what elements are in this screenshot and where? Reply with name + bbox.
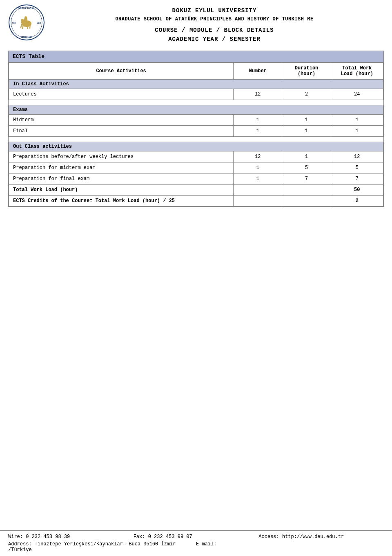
prep-final-total: 7 [331, 173, 383, 185]
svg-text:VER: VER [37, 22, 41, 24]
table-header-row: Course Activities Number Duration (hour)… [9, 63, 383, 80]
prep-weekly-number: 12 [234, 151, 282, 162]
footer-wire: Wire: 0 232 453 98 39 [8, 534, 134, 540]
course-module-title: COURSE / MODULE / BLOCK DETAILS [45, 27, 384, 33]
table-row: Preparation for final exam 1 7 7 [9, 173, 383, 185]
midterm-activity: Midterm [9, 115, 234, 126]
lectures-number: 12 [234, 89, 282, 100]
table-row: Lectures 12 2 24 [9, 89, 383, 100]
table-row: Preparation for midterm exam 1 5 5 [9, 162, 383, 173]
table-row: Midterm 1 1 1 [9, 115, 383, 126]
out-class-header-cell: Out Class activities [9, 142, 383, 151]
footer-line1: Wire: 0 232 453 98 39 Fax: 0 232 453 99 … [8, 534, 384, 540]
spacer-row [9, 137, 383, 142]
exams-header-row: Exams [9, 105, 383, 115]
footer-fax: Fax: 0 232 453 99 07 [134, 534, 259, 540]
midterm-number: 1 [234, 115, 282, 126]
total-work-number [234, 185, 282, 196]
lectures-duration: 2 [282, 89, 331, 100]
university-logo: DOKUZ EYLÜL İZMİR 1982 ÜNİ VER [8, 4, 45, 41]
ects-credits-row: ECTS Credits of the Course= Total Work L… [9, 196, 383, 207]
header: DOKUZ EYLÜL İZMİR 1982 ÜNİ VER DOKU [0, 0, 392, 47]
footer: Wire: 0 232 453 98 39 Fax: 0 232 453 99 … [0, 530, 392, 556]
final-total: 1 [331, 126, 383, 137]
school-name: GRADUATE SCHOOL OF ATATÜRK PRINCIPLES AN… [45, 16, 384, 22]
exams-header-cell: Exams [9, 105, 383, 115]
col-header-duration: Duration (hour) [282, 63, 331, 80]
total-work-row: Total Work Load (hour) 50 [9, 185, 383, 196]
footer-access: Access: http://www.deu.edu.tr [258, 534, 384, 540]
page-wrapper: DOKUZ EYLÜL İZMİR 1982 ÜNİ VER DOKU [0, 0, 392, 556]
header-text: DOKUZ EYLUL UNIVERSITY GRADUATE SCHOOL O… [45, 4, 384, 42]
main-content: ECTS Table Course Activities Number Dura… [0, 47, 392, 530]
spacer-row [9, 100, 383, 105]
out-class-header-row: Out Class activities [9, 142, 383, 151]
table-row: Preparations before/after weekly lecture… [9, 151, 383, 162]
total-work-duration [282, 185, 331, 196]
footer-email: E-mail: [196, 541, 384, 553]
svg-text:DOKUZ EYLÜL: DOKUZ EYLÜL [18, 7, 36, 9]
table-row: Final 1 1 1 [9, 126, 383, 137]
svg-line-9 [30, 24, 30, 28]
final-duration: 1 [282, 126, 331, 137]
total-work-value: 50 [331, 185, 383, 196]
col-header-total: Total Work Load (hour) [331, 63, 383, 80]
prep-midterm-duration: 5 [282, 162, 331, 173]
prep-midterm-number: 1 [234, 162, 282, 173]
ects-section-header: ECTS Table [9, 51, 383, 62]
in-class-header-row: In Class Activities [9, 80, 383, 89]
svg-line-6 [21, 24, 22, 28]
final-number: 1 [234, 126, 282, 137]
prep-final-duration: 7 [282, 173, 331, 185]
university-name: DOKUZ EYLUL UNIVERSITY [45, 7, 384, 14]
prep-final-number: 1 [234, 173, 282, 185]
in-class-header-cell: In Class Activities [9, 80, 383, 89]
footer-address: Address: Tınaztepe Yerleşkesi/Kaynaklar-… [8, 541, 196, 553]
prep-weekly-activity: Preparations before/after weekly lecture… [9, 151, 234, 162]
prep-weekly-duration: 1 [282, 151, 331, 162]
col-header-activity: Course Activities [9, 63, 234, 80]
prep-final-activity: Preparation for final exam [9, 173, 234, 185]
svg-text:İZMİR 1982: İZMİR 1982 [21, 36, 32, 38]
svg-text:ÜNİ: ÜNİ [12, 22, 16, 24]
ects-section: ECTS Table Course Activities Number Dura… [8, 51, 384, 207]
prep-midterm-activity: Preparation for midterm exam [9, 162, 234, 173]
ects-table: Course Activities Number Duration (hour)… [9, 62, 383, 207]
ects-credits-duration [282, 196, 331, 207]
midterm-duration: 1 [282, 115, 331, 126]
footer-line2: Address: Tınaztepe Yerleşkesi/Kaynaklar-… [8, 541, 384, 553]
prep-midterm-total: 5 [331, 162, 383, 173]
ects-credits-number [234, 196, 282, 207]
ects-credits-label: ECTS Credits of the Course= Total Work L… [9, 196, 234, 207]
academic-year: ACADEMIC YEAR / SEMESTER [45, 36, 384, 42]
final-activity: Final [9, 126, 234, 137]
col-header-number: Number [234, 63, 282, 80]
prep-weekly-total: 12 [331, 151, 383, 162]
svg-point-11 [21, 19, 23, 20]
lectures-activity: Lectures [9, 89, 234, 100]
lectures-total: 24 [331, 89, 383, 100]
total-work-label: Total Work Load (hour) [9, 185, 234, 196]
svg-point-13 [24, 16, 27, 19]
midterm-total: 1 [331, 115, 383, 126]
ects-credits-value: 2 [331, 196, 383, 207]
